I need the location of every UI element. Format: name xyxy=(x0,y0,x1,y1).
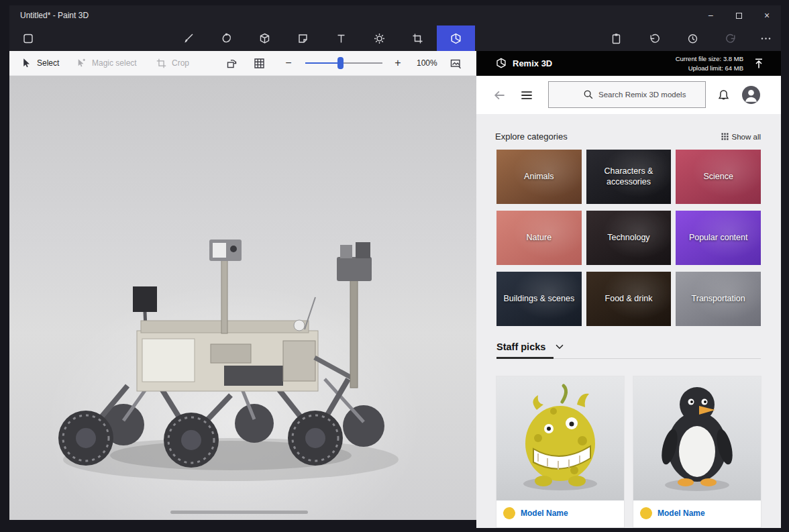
file-size-text: Current file size: 3.8 MB xyxy=(676,54,743,63)
model-thumbnail-penguin xyxy=(633,376,761,500)
more-button[interactable] xyxy=(750,25,781,51)
category-tile[interactable]: Nature xyxy=(496,211,582,265)
remix-3d-logo-icon xyxy=(495,57,507,69)
horizontal-scrollbar[interactable] xyxy=(170,511,308,514)
desktop-background: Untitled* - Paint 3D − × xyxy=(0,0,789,532)
category-label: Characters & accessories xyxy=(586,150,672,204)
creator-avatar[interactable] xyxy=(503,507,515,519)
effects-button[interactable] xyxy=(360,25,399,51)
grid-toggle-button[interactable] xyxy=(253,51,266,75)
magic-select-button[interactable]: Magic select xyxy=(75,51,137,75)
creator-avatar[interactable] xyxy=(640,507,652,519)
category-label: Animals xyxy=(496,150,582,204)
model-card-footer: Model Name xyxy=(633,500,761,527)
paste-button[interactable] xyxy=(597,25,635,51)
select-cursor-icon xyxy=(20,57,32,69)
redo-button[interactable] xyxy=(712,25,750,51)
select-tool-button[interactable]: Select xyxy=(20,51,59,75)
zoom-slider-thumb[interactable] xyxy=(337,57,344,69)
show-all-button[interactable]: Show all xyxy=(721,133,761,141)
staff-picks-divider xyxy=(496,358,761,359)
undo-button[interactable] xyxy=(635,25,674,51)
brushes-button[interactable] xyxy=(169,25,207,51)
back-button[interactable] xyxy=(492,88,507,103)
remix-panel-title: Remix 3D xyxy=(513,58,552,68)
minimize-button[interactable]: − xyxy=(696,5,725,25)
crop-label: Crop xyxy=(172,58,189,68)
category-tile[interactable]: Food & drink xyxy=(586,272,672,326)
zoom-in-button[interactable]: + xyxy=(390,51,406,75)
person-icon xyxy=(742,86,760,104)
model-thumbnail-monster xyxy=(496,376,624,500)
model-card[interactable]: Model Name xyxy=(496,376,624,527)
ellipsis-icon xyxy=(759,32,772,45)
remix-3d-button[interactable] xyxy=(437,25,475,51)
category-tile[interactable]: Science xyxy=(676,150,761,204)
mars-rover-model xyxy=(9,76,476,520)
effects-sun-icon xyxy=(373,32,386,45)
back-arrow-icon xyxy=(492,88,507,103)
stickers-icon xyxy=(297,32,309,45)
model-name-link[interactable]: Model Name xyxy=(521,509,568,518)
category-tile[interactable]: Buildings & scenes xyxy=(496,272,582,326)
grid-icon xyxy=(253,57,266,70)
close-button[interactable]: × xyxy=(753,5,781,25)
upload-icon xyxy=(752,57,766,70)
crop-button[interactable]: Crop xyxy=(156,51,189,75)
category-label: Buildings & scenes xyxy=(496,272,582,326)
model-card[interactable]: Model Name xyxy=(633,376,761,527)
3d-shapes-button[interactable] xyxy=(246,25,284,51)
canvas-button[interactable] xyxy=(399,25,437,51)
history-button[interactable] xyxy=(674,25,712,51)
fit-to-screen-button[interactable] xyxy=(450,51,462,75)
2d-shapes-icon xyxy=(220,32,233,45)
category-tile[interactable]: Animals xyxy=(496,150,582,204)
window-bottom-edge xyxy=(9,520,476,528)
rotate-canvas-button[interactable] xyxy=(225,51,238,75)
content-area: Select Magic select Crop − + xyxy=(9,51,781,528)
staff-picks-title: Staff picks xyxy=(496,341,545,352)
stickers-button[interactable] xyxy=(284,25,322,51)
profile-avatar[interactable] xyxy=(742,86,760,104)
canvas-frame-icon xyxy=(411,32,424,45)
fit-to-screen-icon xyxy=(450,57,462,70)
zoom-level-value: 100% xyxy=(417,51,437,75)
search-box xyxy=(548,81,706,108)
tool-group xyxy=(169,25,475,51)
text-button[interactable] xyxy=(322,25,360,51)
tool-group-right xyxy=(597,25,781,51)
title-bar: Untitled* - Paint 3D − × xyxy=(9,5,781,25)
category-tile[interactable]: Popular content xyxy=(676,211,761,265)
search-input[interactable] xyxy=(598,82,704,107)
window-title: Untitled* - Paint 3D xyxy=(9,11,696,20)
zoom-out-button[interactable]: − xyxy=(280,51,297,75)
maximize-button[interactable] xyxy=(725,5,753,25)
explore-categories-title: Explore categories xyxy=(495,131,568,142)
remix-panel-body: Explore categories Show all Animals Char… xyxy=(476,114,781,528)
category-label: Nature xyxy=(496,211,582,265)
category-tile[interactable]: Transportation xyxy=(676,272,761,326)
category-tile[interactable]: Characters & accessories xyxy=(586,150,672,204)
menu-hamburger-button[interactable] xyxy=(519,88,534,103)
menu-icon xyxy=(22,32,35,45)
upload-stats: Current file size: 3.8 MB Upload limit: … xyxy=(676,54,743,72)
drawing-canvas[interactable] xyxy=(9,76,476,520)
staff-picks-grid: Model Name xyxy=(496,376,761,527)
zoom-slider-fill xyxy=(305,62,340,64)
remix-panel-header: Remix 3D Current file size: 3.8 MB Uploa… xyxy=(476,51,781,76)
menu-button[interactable] xyxy=(12,25,44,51)
history-clock-icon xyxy=(686,32,699,45)
category-tile[interactable]: Technology xyxy=(586,211,672,265)
category-label: Science xyxy=(676,150,761,204)
magic-select-icon xyxy=(75,57,87,69)
zoom-slider[interactable] xyxy=(305,51,382,75)
notifications-bell-button[interactable] xyxy=(716,88,731,103)
staff-picks-expand-button[interactable] xyxy=(554,341,566,353)
rotate-canvas-icon xyxy=(225,57,238,70)
upload-button[interactable] xyxy=(751,56,766,71)
text-icon xyxy=(335,32,348,45)
category-label: Transportation xyxy=(676,272,761,326)
model-name-link[interactable]: Model Name xyxy=(658,509,705,518)
2d-shapes-button[interactable] xyxy=(207,25,246,51)
explore-header-row: Explore categories Show all xyxy=(495,131,761,142)
